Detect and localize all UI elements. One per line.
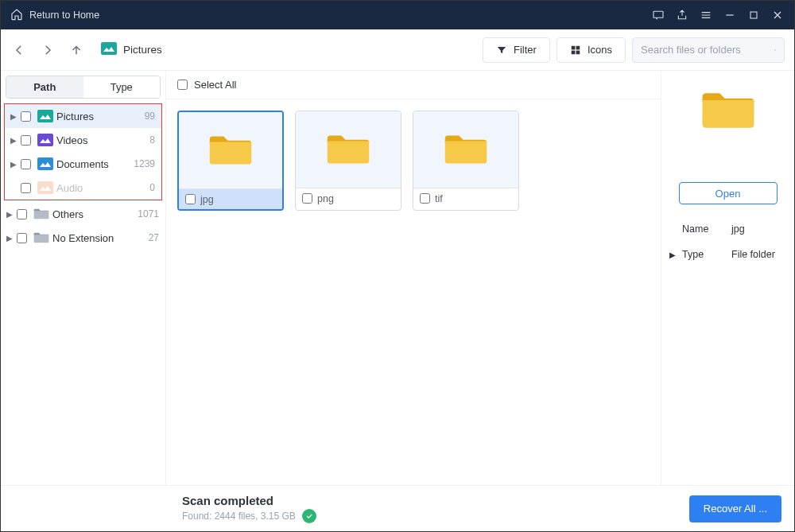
svg-rect-6 bbox=[576, 50, 580, 54]
card-checkbox[interactable] bbox=[302, 193, 312, 204]
svg-rect-5 bbox=[572, 50, 576, 54]
breadcrumb-label: Pictures bbox=[123, 44, 162, 56]
select-all-label: Select All bbox=[194, 79, 236, 91]
filter-label: Filter bbox=[514, 44, 537, 56]
breadcrumb: Pictures bbox=[101, 42, 162, 57]
sidebar-item-count: 1071 bbox=[138, 208, 159, 219]
tab-type[interactable]: Type bbox=[83, 76, 161, 98]
folder-card-jpg[interactable]: jpg bbox=[177, 111, 284, 211]
sidebar-item-count: 8 bbox=[149, 134, 155, 146]
svg-rect-3 bbox=[572, 45, 576, 49]
sidebar-item-audio[interactable]: Audio 0 bbox=[5, 176, 161, 200]
tab-path[interactable]: Path bbox=[6, 76, 83, 98]
sidebar-item-count: 0 bbox=[149, 182, 155, 193]
sidebar-item-count: 99 bbox=[145, 111, 155, 122]
sidebar-item-count: 27 bbox=[149, 232, 159, 243]
status-sub: Found: 2444 files, 3.15 GB bbox=[182, 511, 296, 522]
check-icon bbox=[302, 509, 316, 523]
sidebar-checkbox[interactable] bbox=[17, 233, 27, 243]
sidebar-item-label: Pictures bbox=[56, 111, 94, 122]
chevron-right-icon: ▶ bbox=[669, 250, 676, 259]
sidebar-item-count: 1239 bbox=[134, 158, 155, 169]
search-icon bbox=[774, 44, 776, 56]
detail-row-type: ▶ Type File folder bbox=[682, 249, 785, 260]
sidebar-checkbox[interactable] bbox=[21, 159, 31, 169]
sidebar-item-label: Documents bbox=[56, 158, 109, 170]
folder-card-png[interactable]: png bbox=[295, 111, 401, 211]
detail-row-name: Name jpg bbox=[682, 223, 785, 235]
sidebar-checkbox[interactable] bbox=[21, 135, 31, 146]
chevron-right-icon: ▶ bbox=[6, 234, 14, 243]
folder-icon bbox=[33, 231, 49, 244]
icons-label: Icons bbox=[588, 44, 612, 56]
maximize-icon[interactable] bbox=[742, 1, 766, 29]
chevron-right-icon: ▶ bbox=[6, 210, 14, 219]
sidebar-item-label: No Extension bbox=[52, 232, 114, 244]
back-icon[interactable] bbox=[12, 43, 26, 57]
icons-button[interactable]: Icons bbox=[556, 37, 626, 63]
forward-icon[interactable] bbox=[41, 43, 55, 57]
card-label: jpg bbox=[200, 194, 214, 205]
category-icon bbox=[37, 181, 53, 194]
folder-thumb bbox=[179, 112, 282, 188]
sidebar-item-label: Videos bbox=[56, 134, 88, 146]
detail-value: jpg bbox=[731, 223, 745, 235]
card-label: tif bbox=[435, 193, 443, 204]
sidebar-checkbox[interactable] bbox=[17, 209, 27, 219]
detail-value: File folder bbox=[731, 249, 775, 260]
svg-rect-8 bbox=[37, 110, 53, 122]
up-icon[interactable] bbox=[69, 43, 83, 57]
svg-point-7 bbox=[774, 49, 775, 50]
folder-card-tif[interactable]: tif bbox=[413, 111, 519, 211]
card-checkbox[interactable] bbox=[420, 193, 430, 204]
feedback-icon[interactable] bbox=[646, 1, 670, 29]
svg-rect-10 bbox=[37, 157, 53, 170]
category-icon bbox=[37, 110, 53, 122]
open-button[interactable]: Open bbox=[679, 182, 778, 204]
search-input[interactable] bbox=[632, 37, 785, 63]
svg-rect-11 bbox=[37, 181, 53, 194]
pictures-icon bbox=[101, 42, 117, 57]
status-title: Scan completed bbox=[182, 494, 316, 507]
folder-icon bbox=[33, 208, 49, 220]
folder-thumb bbox=[413, 111, 518, 188]
category-icon bbox=[37, 134, 53, 146]
chevron-right-icon: ▶ bbox=[10, 112, 17, 121]
detail-key: Type bbox=[682, 249, 731, 260]
return-home-link[interactable]: Return to Home bbox=[29, 10, 99, 21]
sidebar-item-videos[interactable]: ▶ Videos 8 bbox=[5, 128, 161, 152]
svg-rect-4 bbox=[576, 45, 580, 49]
filter-button[interactable]: Filter bbox=[483, 37, 550, 63]
svg-rect-9 bbox=[37, 134, 53, 146]
sidebar-item-no-extension[interactable]: ▶ No Extension 27 bbox=[1, 226, 165, 250]
sidebar-checkbox[interactable] bbox=[21, 183, 31, 193]
sidebar-checkbox[interactable] bbox=[21, 111, 31, 122]
sidebar-item-label: Others bbox=[52, 208, 83, 220]
recover-all-button[interactable]: Recover All ... bbox=[689, 495, 781, 522]
chevron-right-icon: ▶ bbox=[10, 160, 17, 169]
sidebar-item-pictures[interactable]: ▶ Pictures 99 bbox=[5, 104, 161, 128]
svg-rect-1 bbox=[750, 12, 757, 18]
minimize-icon[interactable] bbox=[718, 1, 742, 29]
menu-icon[interactable] bbox=[694, 1, 718, 29]
detail-key: Name bbox=[682, 223, 731, 235]
sidebar-item-label: Audio bbox=[56, 182, 83, 194]
category-icon bbox=[37, 157, 53, 170]
sidebar-item-others[interactable]: ▶ Others 1071 bbox=[1, 202, 165, 226]
select-all-checkbox[interactable] bbox=[177, 80, 188, 90]
sidebar-item-documents[interactable]: ▶ Documents 1239 bbox=[5, 152, 161, 176]
chevron-right-icon: ▶ bbox=[10, 136, 17, 145]
home-icon[interactable] bbox=[10, 8, 23, 23]
card-checkbox[interactable] bbox=[185, 194, 196, 204]
preview-folder-icon bbox=[700, 90, 756, 134]
svg-rect-2 bbox=[101, 42, 117, 55]
card-label: png bbox=[317, 193, 334, 204]
share-icon[interactable] bbox=[670, 1, 694, 29]
close-icon[interactable] bbox=[766, 1, 789, 29]
folder-thumb bbox=[296, 111, 401, 188]
